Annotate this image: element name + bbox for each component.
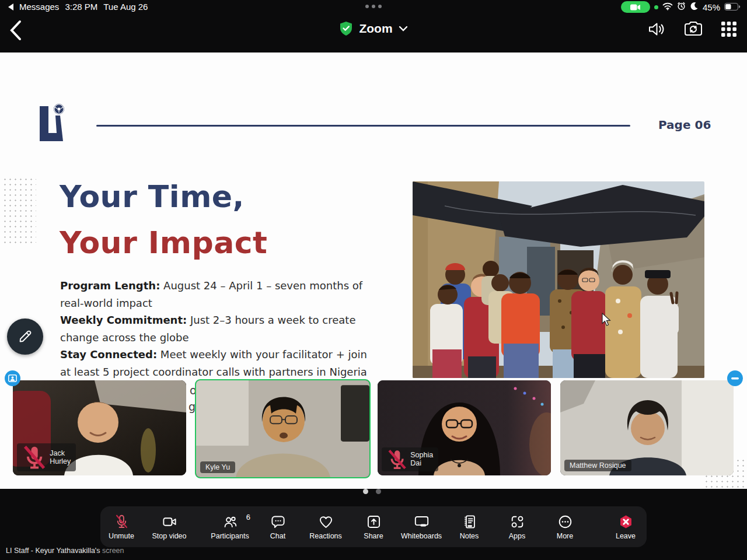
focus-moon-icon	[690, 2, 699, 12]
back-to-app-label[interactable]: Messages	[19, 2, 59, 12]
encryption-shield-icon	[339, 21, 353, 36]
participants-count-badge: 6	[246, 513, 250, 522]
hide-videos-button[interactable]	[727, 370, 743, 386]
nametag: Matthew Rosique	[564, 460, 631, 471]
slide-dot-decoration	[2, 177, 36, 244]
muted-mic-icon	[22, 445, 47, 470]
date: Tue Aug 26	[103, 2, 148, 12]
meeting-title-label: Zoom	[359, 22, 392, 36]
slide-title-line2: Your Impact	[60, 220, 267, 266]
camera-in-use-indicator-icon	[621, 1, 650, 13]
statusbar-left[interactable]: Messages 3:28 PM Tue Aug 26	[8, 2, 148, 12]
apps-button[interactable]: Apps	[494, 514, 540, 540]
meeting-toolbar: Unmute Stop video 6 Participants	[100, 506, 647, 547]
mic-active-dot-icon	[654, 5, 658, 9]
statusbar: Messages 3:28 PM Tue Aug 26	[0, 0, 747, 14]
chat-button[interactable]: Chat	[255, 514, 301, 540]
participant-video-matthew-rosique[interactable]: Matthew Rosique	[560, 380, 734, 475]
slide-page-number: Page 06	[658, 118, 711, 132]
wifi-icon	[662, 2, 673, 12]
battery-icon	[724, 2, 740, 12]
speaker-button[interactable]	[648, 21, 665, 40]
share-button[interactable]: Share	[351, 514, 396, 540]
multitask-indicator-icon[interactable]	[365, 5, 382, 8]
chevron-down-icon	[399, 26, 408, 32]
participants-button[interactable]: 6 Participants	[207, 514, 253, 540]
battery-percent: 45%	[703, 2, 720, 12]
switch-camera-button[interactable]	[684, 21, 703, 40]
navbar-actions	[648, 21, 736, 40]
participant-video-sophia-dai[interactable]: Sophia Dai	[378, 380, 551, 475]
screen-share-source-label: LI Staff - Keyur Yathavakilla's screen	[6, 547, 124, 555]
nametag: Kyle Yu	[200, 461, 235, 473]
slide-divider-line	[96, 125, 630, 127]
slide-title: Your Time, Your Impact	[60, 174, 267, 266]
back-to-app-icon	[8, 4, 13, 10]
reactions-button[interactable]: Reactions	[303, 514, 348, 540]
more-button[interactable]: More	[542, 514, 588, 540]
participant-video-jack-hurley[interactable]: Jack Hurley	[13, 380, 186, 475]
alarm-icon	[677, 2, 686, 12]
statusbar-right: 45%	[621, 1, 740, 13]
apps-grid-button[interactable]	[721, 22, 736, 39]
slide-title-line1: Your Time,	[60, 174, 267, 220]
nametag: Jack Hurley	[17, 443, 76, 471]
stop-video-button[interactable]: Stop video	[146, 514, 192, 540]
nametag: Sophia Dai	[382, 447, 438, 471]
clock: 3:28 PM	[65, 2, 97, 12]
show-self-view-button[interactable]	[5, 370, 20, 386]
participant-video-kyle-yu-active-speaker[interactable]: Kyle Yu	[195, 379, 371, 478]
annotate-pencil-button[interactable]	[7, 318, 43, 355]
meeting-title[interactable]: Zoom	[0, 21, 747, 36]
slide-group-photo	[413, 181, 704, 378]
slide-body-text: Program Length: August 24 – April 1 – se…	[60, 277, 380, 380]
zoom-meeting-screen: Messages 3:28 PM Tue Aug 26	[0, 0, 747, 560]
muted-mic-icon	[387, 449, 407, 470]
meeting-navbar: Zoom	[0, 14, 747, 50]
leave-button[interactable]: Leave	[603, 514, 648, 540]
filmstrip-page-dots[interactable]	[363, 489, 381, 494]
whiteboards-button[interactable]: Whiteboards	[399, 514, 444, 540]
unmute-button[interactable]: Unmute	[99, 514, 144, 540]
notes-button[interactable]: Notes	[446, 514, 492, 540]
li-logo	[40, 103, 70, 145]
